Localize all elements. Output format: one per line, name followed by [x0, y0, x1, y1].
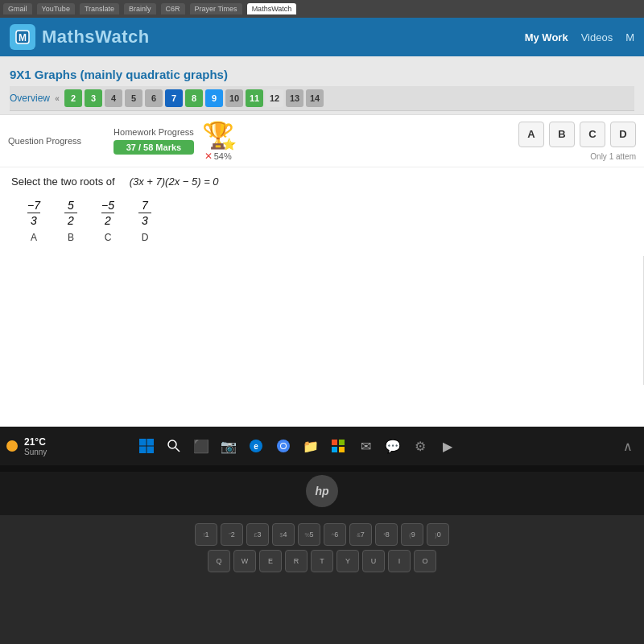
tab-chevron: « — [52, 89, 62, 107]
choice-d[interactable]: 7 3 D — [138, 199, 151, 243]
question-equation: (3x + 7)(2x − 5) = 0 — [130, 175, 219, 188]
key-7[interactable]: &7 — [349, 523, 372, 546]
tab-13[interactable]: 13 — [286, 89, 303, 107]
key-e[interactable]: E — [259, 550, 282, 572]
mw-logo-svg: M — [14, 29, 31, 45]
tab-brainly[interactable]: Brainly — [124, 3, 156, 14]
key-3[interactable]: £3 — [246, 523, 269, 546]
mw-logo-maths: Maths — [42, 27, 95, 47]
progress-badge: 37 / 58 Marks — [114, 140, 194, 155]
svg-rect-4 — [139, 447, 147, 454]
tab-10[interactable]: 10 — [225, 89, 243, 107]
key-q[interactable]: Q — [208, 550, 230, 572]
tab-7[interactable]: 7 — [165, 89, 183, 107]
answer-choices: −7 3 A 5 2 B −5 2 — [11, 199, 633, 243]
key-5[interactable]: %5 — [298, 523, 320, 546]
key-i[interactable]: I — [388, 550, 411, 572]
key-8[interactable]: *8 — [375, 523, 398, 546]
key-6[interactable]: ^6 — [324, 523, 346, 546]
terminal-icon[interactable]: ▶ — [438, 436, 457, 456]
weather-desc: Sunny — [24, 448, 47, 456]
tab-overview[interactable]: Overview — [10, 89, 50, 107]
tab-11[interactable]: 11 — [246, 89, 263, 107]
choice-a[interactable]: −7 3 A — [27, 199, 40, 243]
nav-more[interactable]: M — [625, 31, 634, 43]
settings-icon[interactable]: ⚙ — [411, 436, 430, 456]
camera-icon[interactable]: 📷 — [219, 436, 238, 456]
tab-c6r[interactable]: C6R — [161, 3, 185, 14]
homework-progress-col: Homework Progress 37 / 58 Marks — [114, 127, 194, 155]
tab-9[interactable]: 9 — [205, 89, 223, 107]
tab-2[interactable]: 2 — [64, 89, 82, 107]
key-2[interactable]: "2 — [221, 523, 243, 546]
svg-text:e: e — [254, 442, 258, 451]
search-icon[interactable] — [164, 436, 184, 456]
tab-prayer[interactable]: Prayer Times — [190, 3, 242, 14]
tab-12[interactable]: 12 — [266, 89, 283, 107]
tab-3[interactable]: 3 — [85, 89, 102, 107]
fraction-d: 7 3 — [138, 199, 151, 227]
choice-b-label: B — [68, 232, 74, 243]
answer-btn-d[interactable]: D — [610, 122, 636, 147]
windows-icon[interactable] — [137, 436, 156, 456]
taskbar-icons: ⬛ 📷 e 📁 ✉ 💬 ⚙ ▶ — [137, 436, 457, 456]
tab-gmail[interactable]: Gmail — [3, 3, 32, 14]
key-4[interactable]: $4 — [272, 523, 295, 546]
key-0[interactable]: )0 — [427, 523, 449, 546]
key-r[interactable]: R — [285, 550, 308, 572]
nav-my-work[interactable]: My Work — [525, 31, 568, 43]
fraction-d-denominator: 3 — [142, 213, 148, 227]
tab-14[interactable]: 14 — [306, 89, 324, 107]
page-title: 9X1 Graphs (mainly quadratic graphs) — [10, 63, 634, 86]
chrome-icon[interactable] — [274, 436, 293, 456]
mw-nav: My Work Videos M — [525, 31, 634, 43]
content-area: 9X1 Graphs (mainly quadratic graphs) Ove… — [0, 56, 644, 114]
tab-youtube[interactable]: YouTube — [37, 3, 75, 14]
chevron-up-icon[interactable]: ∧ — [618, 436, 638, 456]
answer-btn-c[interactable]: C — [580, 122, 605, 147]
hp-logo: hp — [306, 475, 338, 507]
tab-6[interactable]: 6 — [145, 89, 163, 107]
tab-5[interactable]: 5 — [125, 89, 142, 107]
ms-svg — [331, 439, 345, 453]
answer-btn-a[interactable]: A — [518, 122, 544, 147]
trophy-percent: 54% — [214, 151, 232, 161]
key-o[interactable]: O — [414, 550, 436, 572]
file-explorer-icon[interactable]: ⬛ — [192, 436, 211, 456]
key-1[interactable]: !1 — [195, 523, 217, 546]
answer-btn-b[interactable]: B — [549, 122, 575, 147]
svg-line-7 — [175, 448, 180, 452]
key-u[interactable]: U — [362, 550, 385, 572]
keyboard: !1 "2 £3 $4 %5 ^6 &7 *8 (9 )0 Q W E R T … — [0, 515, 644, 644]
key-9[interactable]: (9 — [401, 523, 423, 546]
mw-logo: M MathsWatch — [10, 24, 150, 50]
mail-icon[interactable]: ✉ — [356, 436, 375, 456]
keyboard-row-numbers: !1 "2 £3 $4 %5 ^6 &7 *8 (9 )0 — [16, 523, 628, 546]
answer-panel: A B C D Only 1 attem — [518, 122, 636, 161]
teams-icon[interactable]: 💬 — [383, 436, 402, 456]
fraction-b-numerator: 5 — [64, 199, 77, 213]
trophy-icon: 🏆⭐ — [202, 120, 234, 151]
fraction-b: 5 2 — [64, 199, 77, 227]
key-w[interactable]: W — [233, 550, 256, 572]
key-y[interactable]: Y — [336, 550, 359, 572]
tab-8[interactable]: 8 — [185, 89, 203, 107]
folder-icon[interactable]: 📁 — [301, 436, 320, 456]
svg-rect-16 — [339, 447, 345, 452]
tab-mathswatch[interactable]: MathsWatch — [247, 3, 297, 14]
nav-videos[interactable]: Videos — [581, 31, 613, 43]
key-t[interactable]: T — [311, 550, 333, 572]
choice-b[interactable]: 5 2 B — [64, 199, 77, 243]
tab-4[interactable]: 4 — [105, 89, 122, 107]
svg-point-6 — [168, 440, 176, 448]
trophy-area: 🏆⭐ ✕ 54% — [202, 120, 234, 162]
mw-logo-icon: M — [10, 24, 35, 50]
ms-icon[interactable] — [328, 436, 348, 456]
fraction-c-denominator: 2 — [105, 213, 111, 227]
question-text: Select the two roots of (3x + 7)(2x − 5)… — [11, 175, 633, 188]
edge-icon[interactable]: e — [246, 436, 266, 456]
mw-header: M MathsWatch My Work Videos M — [0, 18, 644, 56]
choice-c[interactable]: −5 2 C — [101, 199, 114, 243]
fraction-a: −7 3 — [27, 199, 40, 227]
tab-translate[interactable]: Translate — [80, 3, 119, 14]
